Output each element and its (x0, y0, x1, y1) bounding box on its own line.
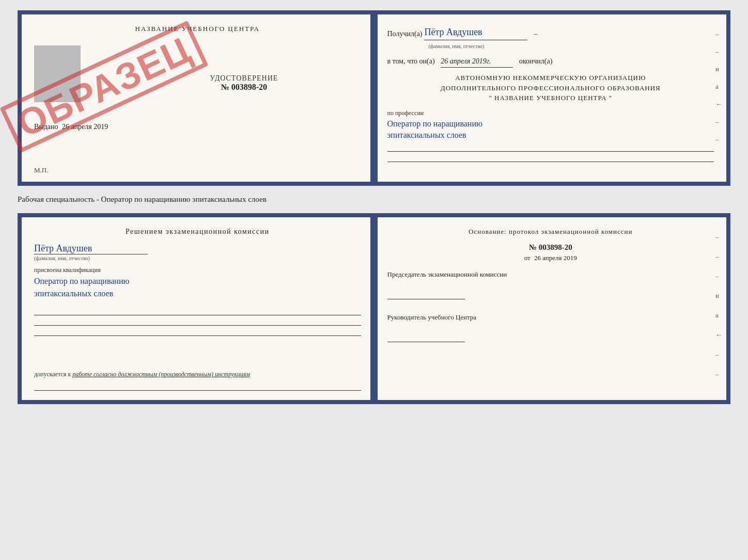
underline-3 (34, 306, 361, 315)
rukovoditel-block: Руководитель учебного Центра (387, 312, 714, 345)
fio-hint-1: (фамилия, имя, отчество) (429, 42, 714, 51)
predsedatel-block: Председатель экзаменационной комиссии (387, 269, 714, 302)
vtom-line: в том, что он(а) 26 апреля 2019г. окончи… (387, 56, 714, 68)
ot-label: от (524, 254, 531, 262)
poluchil-line: Получил(а) Пётр Авдушев – (387, 25, 714, 40)
rukovoditel-signature (387, 333, 465, 342)
underline-1 (387, 142, 714, 152)
underline-2 (387, 153, 714, 162)
cert1-title: НАЗВАНИЕ УЧЕБНОГО ЦЕНТРА (34, 25, 361, 33)
certificate-1: НАЗВАНИЕ УЧЕБНОГО ЦЕНТРА УДОСТОВЕРЕНИЕ №… (18, 10, 730, 186)
vydano-date: 26 апреля 2019 (62, 123, 108, 131)
ot-date: 26 апреля 2019 (534, 254, 577, 262)
dopuskaetsya-block: допускается к работе согласно должностны… (34, 371, 361, 392)
org-block: АВТОНОМНУЮ НЕКОММЕРЧЕСКУЮ ОРГАНИЗАЦИЮ ДО… (387, 73, 714, 103)
dash2-r4: и (715, 292, 722, 300)
dash2-r1: – (715, 233, 722, 241)
cert2-right: Основание: протокол экзаменационной коми… (375, 217, 727, 400)
okonchil-label: окончил(а) (519, 57, 553, 65)
dash-r2: – (715, 47, 722, 56)
profession-line2: эпитаксиальных слоев (387, 131, 466, 139)
right-dashes-1: – – и а ← – – (715, 30, 722, 143)
cert2-fio-hint: (фамилия, имя, отчество) (34, 255, 361, 261)
poluchil-label: Получил(а) (387, 28, 423, 40)
osnovanie-title: Основание: протокол экзаменационной коми… (387, 228, 714, 236)
spine-1 (370, 14, 378, 182)
vtom-date: 26 апреля 2019г. (441, 56, 513, 68)
dash-r1: – (715, 30, 722, 38)
rukovoditel-label: Руководитель учебного Центра (387, 312, 714, 323)
certificate-2: Решением экзаменационной комиссии Пётр А… (18, 213, 730, 404)
predsedatel-signature (387, 290, 465, 299)
dash-r4: а (715, 83, 722, 91)
cert2-prof-line2: эпитаксиальных слоев (34, 289, 113, 298)
vydano-line: Выдано 26 апреля 2019 (34, 123, 361, 131)
org-line2: ДОПОЛНИТЕЛЬНОГО ПРОФЕССИОНАЛЬНОГО ОБРАЗО… (387, 83, 714, 93)
udost-number: № 003898-20 (127, 83, 361, 92)
profession-block: по профессии Оператор по наращиванию эпи… (387, 108, 714, 162)
dopuskaetsya-label: допускается к (34, 371, 71, 378)
caption-text: Рабочая специальность - Оператор по нара… (18, 194, 730, 205)
resheniem-title: Решением экзаменационной комиссии (34, 228, 361, 236)
dash2-r8: – (715, 370, 722, 378)
po-professii: по профессии (387, 108, 714, 118)
dash2-r3: – (715, 272, 722, 280)
cert1-right-content: Получил(а) Пётр Авдушев – (фамилия, имя,… (387, 25, 714, 162)
vtom-label: в том, что он(а) (387, 57, 435, 65)
mp-label: М.П. (34, 166, 48, 174)
dash-1: – (534, 28, 537, 40)
predsedatel-label: Председатель экзаменационной комиссии (387, 269, 714, 280)
prisvoena-label: присвоена квалификация (34, 266, 361, 274)
dopuskaetsya-text: работе согласно должностным (производств… (72, 371, 250, 378)
protocol-number: № 003898-20 (387, 243, 714, 252)
dash2-r7: – (715, 350, 722, 359)
dash-r3: и (715, 65, 722, 73)
underline-6 (34, 381, 361, 391)
cert2-profession: Оператор по наращиванию эпитаксиальных с… (34, 275, 361, 300)
org-line1: АВТОНОМНУЮ НЕКОММЕРЧЕСКУЮ ОРГАНИЗАЦИЮ (387, 73, 714, 83)
udost-label: УДОСТОВЕРЕНИЕ (127, 74, 361, 83)
recipient-name: Пётр Авдушев (424, 25, 527, 40)
dash-r7: – (715, 135, 722, 143)
dash2-r6: ← (715, 331, 722, 339)
cert2-left: Решением экзаменационной комиссии Пётр А… (22, 217, 375, 400)
profession-line1: Оператор по наращиванию (387, 119, 482, 128)
dash-r5: ← (715, 100, 722, 108)
document-wrapper: НАЗВАНИЕ УЧЕБНОГО ЦЕНТРА УДОСТОВЕРЕНИЕ №… (18, 10, 730, 404)
profession-handwritten: Оператор по наращиванию эпитаксиальных с… (387, 118, 714, 141)
dash2-r5: а (715, 311, 722, 319)
dash-r6: – (715, 118, 722, 126)
cert2-prof-line1: Оператор по наращиванию (34, 277, 129, 285)
ot-line: от 26 апреля 2019 (387, 254, 714, 262)
cert1-right: Получил(а) Пётр Авдушев – (фамилия, имя,… (375, 14, 727, 182)
underline-4 (34, 316, 361, 326)
cert2-name: Пётр Авдушев (34, 243, 148, 254)
cert1-left: НАЗВАНИЕ УЧЕБНОГО ЦЕНТРА УДОСТОВЕРЕНИЕ №… (22, 14, 375, 182)
dash2-r2: – (715, 252, 722, 261)
right-dashes-2: – – – и а ← – – (715, 233, 722, 378)
spine-2 (370, 217, 378, 400)
photo-placeholder (34, 45, 81, 102)
underline-5 (34, 327, 361, 336)
org-line3: " НАЗВАНИЕ УЧЕБНОГО ЦЕНТРА " (387, 93, 714, 103)
vydano-text: Выдано (34, 123, 58, 131)
cert2-name-line: Пётр Авдушев (фамилия, имя, отчество) (34, 243, 361, 261)
